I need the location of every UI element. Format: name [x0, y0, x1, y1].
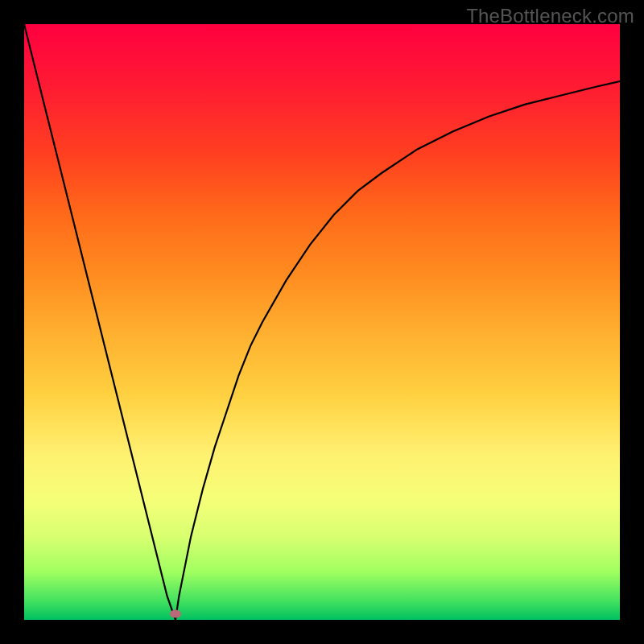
chart-frame: TheBottleneck.com	[0, 0, 644, 644]
curve-left-branch	[24, 24, 175, 620]
dip-marker	[170, 610, 181, 618]
chart-svg	[24, 24, 620, 620]
plot-area	[24, 24, 620, 620]
curve-right-branch	[175, 81, 620, 620]
